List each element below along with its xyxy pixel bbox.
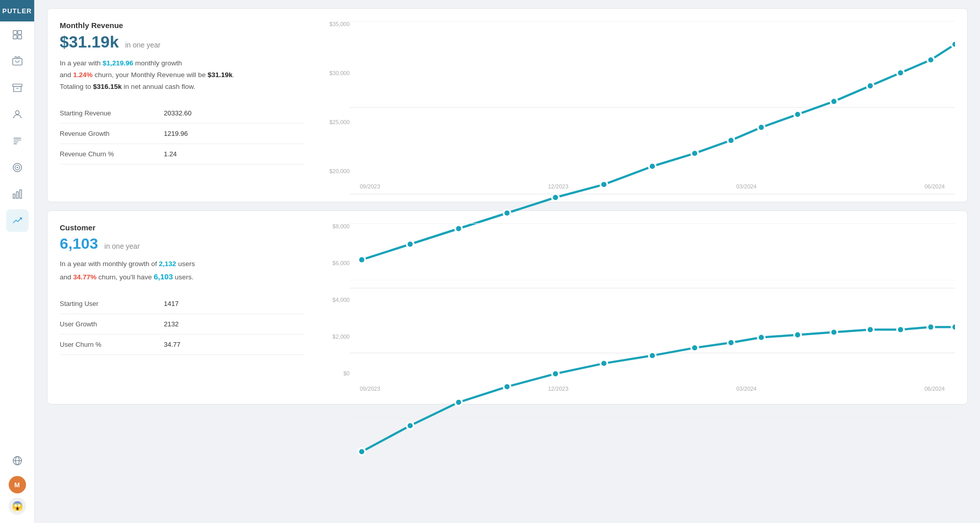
svg-point-28 [758, 124, 765, 131]
revenue-description: In a year with $1,219.96 monthly growth … [60, 58, 305, 93]
sidebar-item-analytics[interactable] [6, 183, 29, 205]
avatar-emoji[interactable]: 😱 [9, 497, 26, 515]
customer-card-title: Customer [60, 223, 305, 232]
revenue-churn-label: Revenue Churn % [60, 150, 162, 158]
customer-growth-input[interactable] [162, 319, 305, 329]
svg-point-25 [649, 163, 656, 170]
customer-description: In a year with monthly growth of 2,132 u… [60, 258, 305, 283]
customer-y-label-1: $6,000 [325, 260, 350, 266]
svg-point-40 [358, 448, 365, 456]
svg-point-41 [407, 422, 414, 430]
sidebar-item-archive[interactable] [6, 77, 29, 99]
customer-y-label-3: $2,000 [325, 334, 350, 340]
revenue-y-label-2: $25,000 [325, 119, 350, 125]
revenue-x-label-3: 06/2024 [924, 183, 945, 189]
sidebar-item-globe[interactable] [6, 449, 29, 472]
customer-y-label-4: $0 [325, 370, 350, 376]
revenue-chart: $35,000 $30,000 $25,000 $20,000 09/2023 [325, 21, 955, 189]
svg-rect-12 [19, 190, 21, 199]
revenue-x-label-0: 09/2023 [360, 183, 380, 189]
svg-point-33 [927, 56, 935, 63]
customer-churn-input[interactable] [162, 340, 305, 349]
sidebar-item-goals[interactable] [6, 156, 29, 179]
svg-rect-0 [13, 31, 16, 34]
sidebar-logo: PUTLER [0, 0, 34, 21]
svg-point-51 [830, 329, 838, 336]
revenue-card: Monthly Revenue $31.19k in one year In a… [47, 8, 968, 202]
customer-chart-container: $8,000 $6,000 $4,000 $2,000 $0 09/2023 [325, 223, 955, 392]
svg-point-34 [951, 41, 955, 48]
revenue-form-fields: Starting Revenue Revenue Growth Revenue … [60, 103, 305, 164]
svg-point-26 [691, 150, 698, 157]
customer-starting-label: Starting User [60, 300, 162, 307]
customer-line-chart [350, 223, 955, 483]
sidebar-item-reports[interactable] [6, 130, 29, 152]
customer-card: Customer 6,103 in one year In a year wit… [47, 210, 968, 405]
svg-point-42 [455, 399, 462, 406]
svg-point-53 [897, 326, 904, 334]
sidebar: PUTLER M 😱 [0, 0, 35, 523]
customer-starting-input[interactable] [162, 299, 305, 308]
svg-point-54 [927, 324, 935, 331]
revenue-starting-row: Starting Revenue [60, 103, 305, 124]
customer-churn-label: User Churn % [60, 341, 162, 348]
svg-rect-2 [13, 35, 16, 39]
avatar-m[interactable]: M [9, 476, 26, 493]
svg-point-32 [897, 69, 904, 77]
customer-x-label-1: 12/2023 [548, 386, 569, 392]
revenue-starting-input[interactable] [162, 108, 305, 118]
customer-card-left: Customer 6,103 in one year In a year wit… [60, 223, 305, 392]
customer-x-label-3: 06/2024 [924, 386, 945, 392]
customer-y-axis: $8,000 $6,000 $4,000 $2,000 $0 [325, 223, 350, 376]
customer-big-number-suffix: in one year [105, 242, 140, 250]
revenue-x-label-2: 03/2024 [736, 183, 756, 189]
svg-point-30 [830, 98, 838, 105]
customer-y-label-0: $8,000 [325, 223, 350, 229]
revenue-y-label-3: $20,000 [325, 168, 350, 174]
sidebar-item-revenue[interactable] [6, 50, 29, 73]
revenue-big-number: $31.19k [60, 33, 119, 51]
svg-rect-10 [13, 194, 15, 198]
revenue-x-axis: 09/2023 12/2023 03/2024 06/2024 [350, 183, 955, 189]
svg-rect-4 [12, 59, 21, 65]
sidebar-item-forecast[interactable] [6, 209, 29, 232]
svg-point-31 [867, 82, 874, 89]
svg-point-48 [727, 339, 734, 346]
svg-rect-5 [12, 84, 21, 87]
main-content: Monthly Revenue $31.19k in one year In a… [35, 0, 980, 523]
revenue-growth-label: Revenue Growth [60, 130, 162, 137]
customer-big-number: 6,103 [60, 235, 98, 252]
sidebar-item-customers[interactable] [6, 103, 29, 126]
svg-point-27 [727, 137, 734, 144]
customer-chart: $8,000 $6,000 $4,000 $2,000 $0 09/2023 [325, 223, 955, 392]
revenue-y-axis: $35,000 $30,000 $25,000 $20,000 [325, 21, 350, 174]
svg-rect-11 [16, 192, 18, 198]
customer-x-label-0: 09/2023 [360, 386, 380, 392]
revenue-starting-label: Starting Revenue [60, 109, 162, 117]
customer-growth-row: User Growth [60, 314, 305, 335]
svg-rect-1 [17, 31, 21, 34]
customer-x-axis: 09/2023 12/2023 03/2024 06/2024 [350, 386, 955, 392]
svg-point-49 [758, 334, 765, 341]
sidebar-item-dashboard[interactable] [6, 23, 29, 46]
svg-point-23 [552, 194, 559, 201]
revenue-growth-input[interactable] [162, 129, 305, 138]
revenue-card-left: Monthly Revenue $31.19k in one year In a… [60, 21, 305, 189]
svg-point-46 [649, 352, 656, 359]
svg-point-45 [600, 360, 607, 367]
svg-point-50 [794, 331, 801, 339]
customer-x-label-2: 03/2024 [736, 386, 756, 392]
customer-y-label-2: $4,000 [325, 297, 350, 303]
svg-point-22 [504, 209, 511, 217]
revenue-x-label-1: 12/2023 [548, 183, 569, 189]
svg-point-52 [867, 326, 874, 334]
revenue-card-title: Monthly Revenue [60, 21, 305, 30]
revenue-growth-row: Revenue Growth [60, 124, 305, 144]
svg-point-9 [17, 167, 18, 168]
customer-churn-row: User Churn % [60, 335, 305, 355]
svg-point-6 [15, 111, 19, 114]
svg-point-29 [794, 111, 801, 118]
svg-point-47 [691, 344, 698, 351]
revenue-churn-input[interactable] [162, 149, 305, 159]
revenue-big-number-suffix: in one year [125, 41, 160, 49]
